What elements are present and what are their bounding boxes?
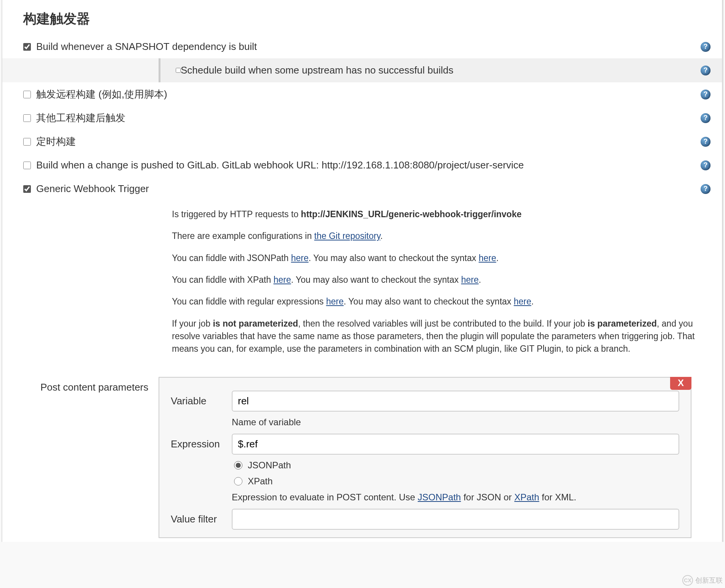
xpath-radio[interactable]	[234, 477, 242, 485]
jsonpath-syntax-link[interactable]: here	[479, 253, 496, 263]
trigger-gitlab-checkbox[interactable]	[23, 162, 31, 169]
expression-help-text: Expression to evaluate in POST content. …	[232, 492, 679, 503]
value-filter-field-row: Value filter	[171, 509, 679, 530]
delete-parameter-button[interactable]: X	[670, 377, 691, 390]
trigger-remote-checkbox[interactable]	[23, 91, 31, 98]
variable-help-text: Name of variable	[232, 417, 679, 428]
trigger-generic-webhook-row: Generic Webhook Trigger ?	[2, 177, 722, 200]
trigger-after-other-checkbox[interactable]	[23, 114, 31, 122]
jsonpath-radio-row: JSONPath	[234, 460, 679, 471]
webhook-desc-p5: You can fiddle with regular expressions …	[172, 295, 703, 308]
help-icon[interactable]: ?	[701, 160, 711, 170]
trigger-after-other-row: 其他工程构建后触发 ?	[2, 106, 722, 130]
section-title: 构建触发器	[2, 0, 722, 35]
value-filter-field-label: Value filter	[171, 509, 232, 525]
trigger-gitlab-label: Build when a change is pushed to GitLab.…	[36, 159, 701, 171]
git-repository-link[interactable]: the Git repository	[314, 231, 380, 241]
trigger-after-other-label: 其他工程构建后触发	[36, 111, 701, 125]
help-icon[interactable]: ?	[701, 66, 711, 75]
trigger-generic-webhook-label: Generic Webhook Trigger	[36, 183, 701, 195]
jsonpath-radio[interactable]	[234, 461, 242, 469]
trigger-gitlab-row: Build when a change is pushed to GitLab.…	[2, 153, 722, 177]
schedule-upstream-row: Schedule build when some upstream has no…	[159, 58, 722, 82]
webhook-desc-p3: You can fiddle with JSONPath here. You m…	[172, 252, 703, 264]
schedule-upstream-label: Schedule build when some upstream has no…	[181, 64, 701, 76]
webhook-desc-p2: There are example configurations in the …	[172, 230, 703, 242]
trigger-cron-row: 定时构建 ?	[2, 130, 722, 153]
webhook-desc-p6: If your job is not parameterized, then t…	[172, 317, 703, 356]
help-icon[interactable]: ?	[701, 113, 711, 123]
trigger-cron-checkbox[interactable]	[23, 138, 31, 146]
jsonpath-help-link[interactable]: JSONPath	[418, 492, 461, 502]
help-icon[interactable]: ?	[701, 184, 711, 194]
expression-field-label: Expression	[171, 434, 232, 450]
schedule-upstream-checkbox[interactable]	[176, 68, 181, 73]
regex-syntax-link[interactable]: here	[514, 296, 531, 306]
xpath-help-link[interactable]: XPath	[514, 492, 539, 502]
trigger-snapshot-checkbox[interactable]	[23, 43, 31, 51]
jsonpath-fiddle-link[interactable]: here	[291, 253, 308, 263]
trigger-cron-label: 定时构建	[36, 135, 701, 148]
xpath-radio-row: XPath	[234, 476, 679, 487]
trigger-remote-row: 触发远程构建 (例如,使用脚本) ?	[2, 82, 722, 106]
snapshot-subrow-container: Schedule build when some upstream has no…	[2, 58, 722, 82]
post-content-parameters-section: Post content parameters X Variable Name …	[2, 369, 722, 538]
variable-input[interactable]	[232, 391, 679, 412]
trigger-generic-webhook-checkbox[interactable]	[23, 185, 31, 193]
help-icon[interactable]: ?	[701, 137, 711, 147]
help-icon[interactable]: ?	[701, 42, 711, 52]
jsonpath-radio-label: JSONPath	[248, 460, 291, 471]
webhook-description: Is triggered by HTTP requests to http://…	[2, 200, 722, 369]
xpath-syntax-link[interactable]: here	[461, 275, 479, 285]
variable-field-label: Variable	[171, 391, 232, 407]
xpath-fiddle-link[interactable]: here	[273, 275, 291, 285]
trigger-snapshot-row: Build whenever a SNAPSHOT dependency is …	[2, 35, 722, 58]
expression-field-row: Expression JSONPath XPath Expression to …	[171, 434, 679, 503]
post-content-parameter-block: X Variable Name of variable Expression J…	[159, 377, 691, 538]
webhook-desc-p4: You can fiddle with XPath here. You may …	[172, 274, 703, 286]
trigger-remote-label: 触发远程构建 (例如,使用脚本)	[36, 88, 701, 101]
help-icon[interactable]: ?	[701, 90, 711, 99]
webhook-desc-p1: Is triggered by HTTP requests to http://…	[172, 208, 703, 221]
post-content-parameters-label: Post content parameters	[40, 377, 159, 538]
expression-input[interactable]	[232, 434, 679, 455]
build-triggers-panel: 构建触发器 Build whenever a SNAPSHOT dependen…	[2, 0, 723, 542]
variable-field-row: Variable Name of variable	[171, 391, 679, 428]
regex-fiddle-link[interactable]: here	[326, 296, 343, 306]
xpath-radio-label: XPath	[248, 476, 273, 487]
trigger-snapshot-label: Build whenever a SNAPSHOT dependency is …	[36, 41, 701, 53]
value-filter-input[interactable]	[232, 509, 679, 530]
